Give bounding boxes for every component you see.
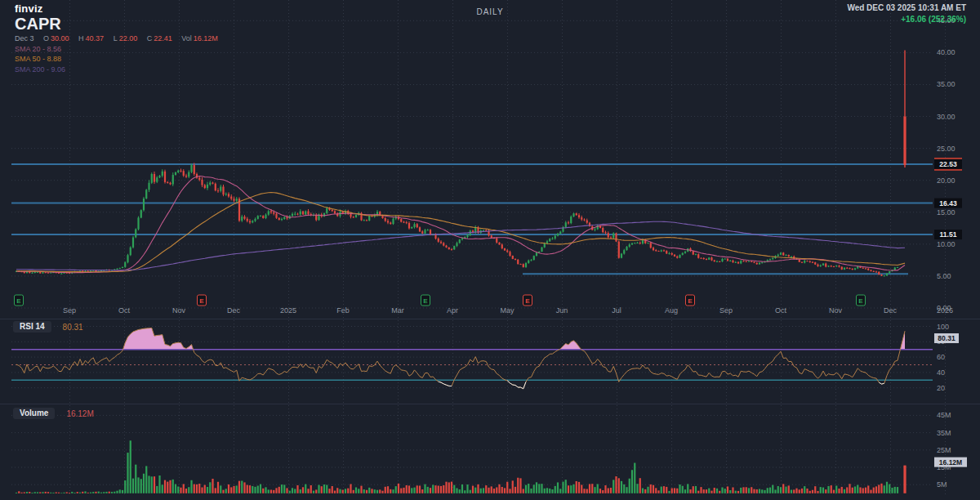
volume-panel-header: Volume 16.12M [13, 408, 94, 419]
svg-text:Jul: Jul [612, 306, 621, 315]
earnings-markers[interactable]: EEEEEE [15, 295, 866, 306]
datetime-label: Wed DEC 03 2025 10:31 AM ET [847, 3, 966, 12]
volume-label: Vol [181, 34, 192, 42]
rsi-line-oversold [507, 381, 526, 389]
close-value: 22.41 [154, 34, 172, 42]
svg-text:20.00: 20.00 [937, 176, 956, 185]
svg-text:E: E [423, 297, 428, 305]
quote-row: Dec 3 O30.00 H40.37 L22.00 C22.41 Vol16.… [15, 34, 225, 42]
svg-text:E: E [199, 297, 204, 305]
svg-text:Sep: Sep [719, 306, 733, 315]
axis-price-tag: 11.51 [934, 230, 962, 239]
svg-text:20: 20 [937, 384, 945, 392]
axis-price-tag: 22.53 [934, 159, 962, 169]
svg-text:Apr: Apr [447, 306, 458, 315]
ticker-symbol: CAPR [15, 16, 225, 32]
close-label: C [147, 34, 153, 42]
axis-labels: 45.0040.0035.0030.0025.0020.0015.0010.00… [63, 16, 956, 489]
low-label: L [114, 34, 118, 42]
quote-open: O30.00 [43, 34, 69, 42]
change-label: +16.06 (252.36%) [847, 15, 966, 24]
svg-text:11.51: 11.51 [940, 230, 957, 239]
svg-text:Mar: Mar [391, 306, 404, 315]
svg-text:Nov: Nov [172, 306, 186, 315]
sma20-legend: SMA 20 - 8.56 [15, 45, 225, 53]
svg-text:Nov: Nov [829, 306, 843, 315]
grid-layer [11, 0, 946, 497]
price-chart-canvas[interactable]: 45.0040.0035.0030.0025.0020.0015.0010.00… [0, 0, 980, 500]
finviz-chart-page: 45.0040.0035.0030.0025.0020.0015.0010.00… [0, 0, 980, 500]
svg-text:100: 100 [937, 323, 949, 331]
open-value: 30.00 [51, 34, 69, 42]
svg-text:Oct: Oct [775, 306, 787, 315]
svg-text:Dec: Dec [884, 306, 898, 315]
svg-text:Jun: Jun [556, 306, 568, 315]
svg-text:5M: 5M [937, 480, 947, 489]
svg-text:E: E [688, 297, 693, 305]
svg-text:16.12M: 16.12M [939, 458, 962, 467]
chart-header: finviz CAPR Dec 3 O30.00 H40.37 L22.00 C… [15, 2, 225, 74]
svg-text:Aug: Aug [665, 306, 678, 315]
svg-text:30.00: 30.00 [937, 113, 956, 121]
svg-text:16.43: 16.43 [939, 199, 957, 208]
high-label: H [78, 34, 84, 42]
svg-text:5.00: 5.00 [937, 272, 951, 280]
svg-text:10.00: 10.00 [937, 240, 956, 248]
svg-text:35.00: 35.00 [937, 80, 956, 88]
svg-text:40.00: 40.00 [937, 48, 956, 56]
svg-text:Sep: Sep [63, 306, 76, 315]
rsi-current-value: 80.31 [63, 323, 83, 332]
svg-text:15.00: 15.00 [937, 208, 956, 217]
svg-text:2026: 2026 [937, 306, 953, 315]
svg-text:E: E [525, 297, 530, 305]
quote-low: L22.00 [114, 34, 138, 42]
svg-text:80.31: 80.31 [938, 334, 956, 342]
quote-close: C22.41 [147, 34, 172, 42]
volume-value-header: 16.12M [194, 34, 218, 42]
quote-high: H40.37 [78, 34, 104, 42]
svg-text:Dec: Dec [227, 306, 241, 315]
svg-text:2025: 2025 [280, 306, 296, 315]
header-right: Wed DEC 03 2025 10:31 AM ET +16.06 (252.… [847, 3, 966, 24]
svg-text:25.00: 25.00 [937, 145, 956, 153]
volume-panel-label: Volume [13, 408, 55, 419]
svg-text:45M: 45M [937, 411, 951, 419]
rsi-panel-header: RSI 14 80.31 [13, 321, 83, 333]
svg-text:40: 40 [937, 368, 945, 377]
svg-text:E: E [16, 297, 21, 305]
timeframe-label: DAILY [476, 7, 503, 16]
rsi-panel-label: RSI 14 [13, 321, 51, 333]
sma50-legend: SMA 50 - 8.88 [15, 55, 225, 63]
sma-line [16, 176, 905, 273]
quote-date: Dec 3 [15, 34, 34, 42]
sma-line [16, 193, 905, 272]
axis-price-tag: 16.12M [934, 458, 967, 467]
svg-text:22.53: 22.53 [939, 160, 957, 168]
rsi-line-oversold [879, 382, 884, 384]
axis-price-tag: 16.43 [934, 199, 962, 208]
high-value: 40.37 [86, 34, 105, 42]
open-label: O [43, 34, 49, 42]
quote-volume: Vol16.12M [181, 34, 218, 42]
rsi-overbought-fill [16, 328, 905, 403]
svg-text:60: 60 [937, 353, 945, 361]
finviz-logo[interactable]: finviz [15, 2, 225, 15]
svg-text:May: May [500, 306, 514, 315]
svg-text:Feb: Feb [336, 306, 350, 315]
low-value: 22.00 [119, 34, 138, 42]
axis-price-tag: 80.31 [934, 333, 959, 343]
svg-text:35M: 35M [937, 429, 951, 437]
volume-current-value: 16.12M [66, 409, 93, 418]
svg-text:25M: 25M [937, 446, 951, 454]
rsi-line-oversold [439, 382, 452, 386]
svg-text:E: E [858, 297, 863, 305]
sma200-legend: SMA 200 - 9.06 [15, 65, 225, 74]
rsi-guide-lines [11, 350, 933, 381]
svg-text:Oct: Oct [118, 306, 131, 315]
